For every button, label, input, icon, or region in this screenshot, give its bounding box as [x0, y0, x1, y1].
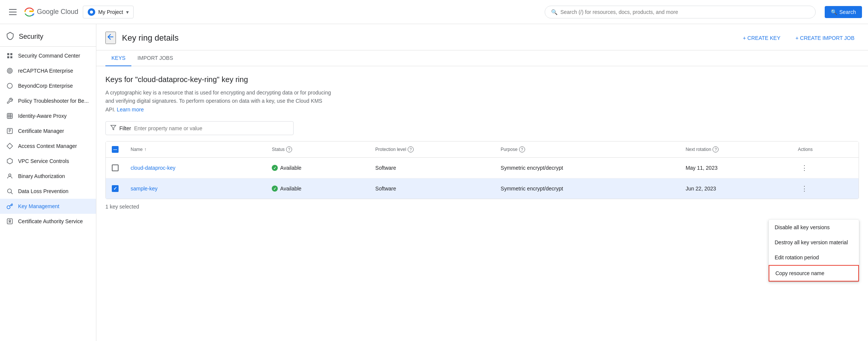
- td-checkbox-2: [106, 178, 125, 199]
- purpose-help-icon[interactable]: ?: [519, 146, 525, 152]
- diamond-icon: [6, 142, 14, 150]
- th-next-rotation: Next rotation ?: [679, 142, 792, 158]
- sidebar-item-data-loss-prevention[interactable]: Data Loss Prevention: [0, 184, 96, 199]
- rotation-help-icon[interactable]: ?: [713, 146, 719, 152]
- search-button[interactable]: 🔍 Search: [825, 6, 862, 18]
- search-input[interactable]: [560, 9, 809, 15]
- th-protection-level: Protection level ?: [369, 142, 495, 158]
- sidebar-item-policy-troubleshooter[interactable]: Policy Troubleshooter for Be...: [0, 93, 96, 108]
- dropdown-item-destroy-all[interactable]: Destroy all key version material: [769, 235, 859, 250]
- sidebar-item-label: Identity-Aware Proxy: [18, 113, 67, 119]
- create-import-job-button[interactable]: + CREATE IMPORT JOB: [791, 32, 859, 44]
- more-button-2[interactable]: ⋮: [798, 183, 811, 194]
- status-dot-1: [272, 165, 278, 171]
- sidebar-item-binary-authorization[interactable]: Binary Authorization: [0, 169, 96, 184]
- sidebar-item-access-context-manager[interactable]: Access Context Manager: [0, 139, 96, 154]
- key-link-2[interactable]: sample-key: [131, 186, 158, 192]
- section-description: A cryptographic key is a resource that i…: [105, 88, 331, 114]
- svg-rect-3: [11, 56, 12, 58]
- th-name: Name ↑: [125, 142, 266, 158]
- wrench-icon: [6, 97, 14, 105]
- main-layout: Security Security Command Center reCAPTC…: [0, 24, 868, 341]
- th-purpose: Purpose ?: [495, 142, 679, 158]
- hamburger-menu[interactable]: [6, 6, 20, 18]
- more-button-1[interactable]: ⋮: [798, 162, 811, 174]
- sidebar-item-label: Data Loss Prevention: [18, 188, 69, 194]
- content-area: Key ring details + CREATE KEY + CREATE I…: [96, 24, 868, 341]
- svg-point-6: [9, 70, 10, 71]
- sidebar-item-recaptcha[interactable]: reCAPTCHA Enterprise: [0, 63, 96, 78]
- row2-checkbox[interactable]: [112, 185, 119, 192]
- tabs-bar: KEYS IMPORT JOBS: [96, 50, 868, 66]
- td-protection-2: Software: [369, 178, 495, 199]
- td-checkbox-1: [106, 158, 125, 178]
- protection-help-icon[interactable]: ?: [408, 146, 414, 152]
- sort-icon[interactable]: ↑: [144, 147, 146, 152]
- project-name: My Project: [98, 9, 123, 15]
- create-key-button[interactable]: + CREATE KEY: [739, 32, 785, 44]
- target-icon: [6, 67, 14, 75]
- google-cloud-logo: Google Cloud: [24, 7, 78, 17]
- selected-count: 1 key selected: [105, 204, 859, 210]
- filter-input[interactable]: [134, 125, 289, 131]
- filter-icon: [110, 125, 116, 132]
- search-bar: 🔍: [545, 6, 816, 18]
- svg-rect-2: [7, 56, 9, 58]
- back-button[interactable]: [105, 32, 116, 44]
- sidebar-item-label: reCAPTCHA Enterprise: [18, 68, 73, 74]
- td-actions-1: ⋮: [792, 158, 859, 178]
- status-dot-2: [272, 186, 278, 192]
- th-status: Status ?: [266, 142, 369, 158]
- sidebar-item-beyondcorp[interactable]: BeyondCorp Enterprise: [0, 78, 96, 93]
- hexagon-icon: [6, 157, 14, 165]
- sidebar-item-security-command-center[interactable]: Security Command Center: [0, 48, 96, 63]
- tab-import-jobs[interactable]: IMPORT JOBS: [131, 50, 179, 66]
- svg-line-14: [11, 192, 12, 194]
- topbar-left: Google Cloud My Project ▾: [6, 6, 134, 18]
- section-title: Keys for "cloud-dataproc-key-ring" key r…: [105, 75, 859, 84]
- dropdown-item-copy-resource[interactable]: Copy resource name: [769, 265, 859, 282]
- sidebar-item-label: Key Management: [18, 203, 59, 209]
- td-status-1: Available: [266, 158, 369, 178]
- sidebar-item-vpc-service-controls[interactable]: VPC Service Controls: [0, 154, 96, 169]
- sidebar-item-label: VPC Service Controls: [18, 158, 69, 164]
- dropdown-item-edit-rotation[interactable]: Edit rotation period: [769, 250, 859, 265]
- search-icon-button: 🔍: [831, 9, 837, 15]
- circle-icon: [6, 82, 14, 90]
- learn-more-link[interactable]: Learn more: [117, 107, 144, 113]
- status-text-1: Available: [280, 165, 302, 171]
- svg-point-12: [9, 174, 11, 176]
- dropdown-item-disable-all[interactable]: Disable all key versions: [769, 220, 859, 235]
- search-input-wrap[interactable]: 🔍: [545, 6, 816, 18]
- sidebar-item-key-management[interactable]: Key Management: [0, 199, 96, 214]
- certificate-icon: [6, 127, 14, 135]
- sidebar-item-certificate-manager[interactable]: Certificate Manager: [0, 123, 96, 139]
- td-actions-2: ⋮: [792, 178, 859, 199]
- td-status-2: Available: [266, 178, 369, 199]
- svg-rect-1: [11, 53, 12, 55]
- key-link-1[interactable]: cloud-dataproc-key: [131, 165, 175, 171]
- badge-icon: [6, 218, 14, 225]
- person-icon: [6, 172, 14, 180]
- select-all-checkbox[interactable]: [112, 146, 119, 153]
- row1-checkbox[interactable]: [112, 164, 119, 171]
- search-icon-left: 🔍: [551, 9, 557, 15]
- sidebar-item-certificate-authority[interactable]: Certificate Authority Service: [0, 214, 96, 229]
- filter-bar: Filter: [105, 121, 294, 135]
- svg-rect-0: [7, 53, 9, 55]
- status-help-icon[interactable]: ?: [286, 146, 292, 152]
- sidebar-item-label: Certificate Manager: [18, 128, 64, 134]
- table-row: cloud-dataproc-key Available Software Sy…: [106, 158, 859, 178]
- sidebar-title: Security: [19, 33, 43, 41]
- status-text-2: Available: [280, 186, 302, 192]
- table-header-row: Name ↑ Status ?: [106, 142, 859, 158]
- sidebar-item-identity-aware-proxy[interactable]: Identity-Aware Proxy: [0, 108, 96, 123]
- sidebar-item-label: Security Command Center: [18, 53, 80, 59]
- actions-dropdown-menu: Disable all key versions Destroy all key…: [769, 220, 859, 282]
- keys-table: Name ↑ Status ?: [105, 141, 859, 199]
- tab-keys[interactable]: KEYS: [105, 50, 131, 66]
- svg-marker-17: [111, 125, 116, 130]
- filter-label: Filter: [119, 125, 131, 131]
- key-icon: [6, 202, 14, 210]
- project-selector[interactable]: My Project ▾: [83, 6, 134, 18]
